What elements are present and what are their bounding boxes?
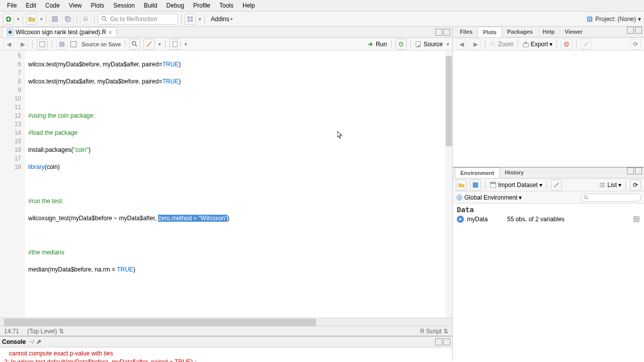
svg-rect-19 (173, 41, 178, 47)
svg-rect-3 (66, 17, 71, 22)
maximize-env-button[interactable] (635, 167, 642, 174)
view-data-icon[interactable] (633, 216, 640, 223)
wand-dropdown[interactable] (157, 42, 161, 47)
svg-point-6 (102, 16, 106, 20)
refresh-env-button[interactable]: ⟳ (630, 179, 641, 191)
open-file-button[interactable] (26, 14, 37, 25)
maximize-pane-button[interactable] (443, 29, 450, 36)
svg-rect-5 (84, 16, 87, 18)
find-button[interactable] (129, 39, 140, 50)
env-content: Data myData 55 obs. of 2 variables (453, 204, 644, 361)
import-dataset-button[interactable]: Import Dataset ▾ (490, 182, 542, 189)
menu-code[interactable]: Code (41, 1, 64, 10)
grid-dropdown[interactable] (198, 17, 201, 22)
source-on-save-checkbox[interactable] (70, 41, 76, 47)
recent-files-dropdown[interactable] (39, 17, 43, 22)
remove-plot-button[interactable] (561, 39, 572, 50)
show-in-new-window-button[interactable] (37, 39, 48, 50)
grid-button[interactable] (185, 14, 196, 25)
compile-report-button[interactable] (170, 39, 181, 50)
menu-build[interactable]: Build (140, 1, 162, 10)
menu-profile[interactable]: Profile (189, 1, 214, 10)
save-all-button[interactable] (62, 14, 73, 25)
minimize-console-button[interactable] (435, 338, 442, 345)
expand-variable-icon[interactable] (457, 216, 464, 223)
menu-plots[interactable]: Plots (87, 1, 109, 10)
new-file-button[interactable] (3, 14, 14, 25)
top-right-tabs: Files Plots Packages Help Viewer (453, 27, 644, 38)
close-tab-icon[interactable]: ✕ (108, 30, 112, 35)
svg-rect-10 (191, 19, 193, 21)
console-popout-icon[interactable]: ⇗ (36, 338, 41, 345)
wand-button[interactable] (143, 39, 154, 50)
zoom-button[interactable]: Zoom (490, 41, 514, 48)
plot-back-button[interactable]: ◀ (456, 39, 467, 50)
env-variable-row[interactable]: myData 55 obs. of 2 variables (453, 215, 644, 224)
load-workspace-button[interactable] (456, 179, 467, 191)
editor-hscroll[interactable] (0, 318, 452, 326)
project-selector[interactable]: R Project: (None) ▾ (586, 16, 641, 23)
source-tab-label: Wilcoxon sign rank test (paired).R (16, 29, 106, 36)
menu-session[interactable]: Session (109, 1, 139, 10)
save-source-button[interactable] (56, 39, 67, 50)
back-button[interactable]: ◀ (3, 39, 14, 50)
svg-rect-1 (52, 16, 58, 22)
tab-history[interactable]: History (500, 167, 529, 178)
rerun-button[interactable] (395, 39, 407, 50)
menu-debug[interactable]: Debug (163, 1, 188, 10)
source-button[interactable]: Source (415, 41, 443, 48)
zoom-icon (490, 41, 497, 48)
minimize-pane-button[interactable] (435, 29, 442, 36)
env-search-input[interactable] (581, 194, 641, 202)
run-icon (367, 41, 374, 48)
refresh-plot-button[interactable]: ⟳ (630, 39, 641, 50)
editor-vscroll[interactable] (445, 51, 452, 318)
console-title: Console (2, 338, 26, 345)
minimize-env-button[interactable] (627, 167, 634, 174)
maximize-plots-button[interactable] (635, 27, 642, 34)
scope-selector[interactable]: (Top Level) ⇅ (27, 328, 64, 335)
console-output[interactable]: cannot compute exact p-value with ties2:… (0, 347, 452, 362)
menu-edit[interactable]: Edit (22, 1, 40, 10)
menu-file[interactable]: File (3, 1, 21, 10)
export-button[interactable]: Export ▾ (522, 41, 553, 48)
source-tab[interactable]: Wilcoxon sign rank test (paired).R ✕ (2, 27, 117, 37)
main-toolbar: Go to file/function Addins R Project: (N… (0, 12, 644, 27)
save-workspace-button[interactable] (470, 179, 481, 191)
env-scope-bar: Global Environment ▾ (453, 192, 644, 204)
tab-environment[interactable]: Environment (455, 167, 500, 178)
clear-env-button[interactable] (551, 179, 562, 191)
goto-file-input[interactable]: Go to file/function (98, 14, 178, 25)
source-toolbar: ◀ ▶ Source on Save Run (0, 38, 452, 51)
export-icon (522, 41, 529, 48)
selected-text: zero.method = "Wilcoxon" (158, 215, 227, 222)
maximize-console-button[interactable] (443, 338, 450, 345)
menu-view[interactable]: View (65, 1, 86, 10)
code-editor[interactable]: 56789101112131415161718 wilcox.test(myDa… (0, 51, 452, 318)
env-scope-selector[interactable]: Global Environment ▾ (456, 194, 522, 201)
new-file-dropdown[interactable] (16, 17, 20, 22)
menu-tools[interactable]: Tools (215, 1, 237, 10)
tab-viewer[interactable]: Viewer (560, 27, 588, 37)
save-button[interactable] (49, 14, 60, 25)
lang-selector[interactable]: R Script ⇅ (420, 328, 448, 335)
tab-packages[interactable]: Packages (502, 27, 538, 37)
menu-help[interactable]: Help (238, 1, 259, 10)
addins-button[interactable]: Addins (208, 15, 236, 24)
env-toolbar: Import Dataset ▾ List ▾ ⟳ (453, 178, 644, 192)
code-content[interactable]: wilcox.test(myData$before, myData$after,… (25, 51, 452, 318)
minimize-plots-button[interactable] (627, 27, 634, 34)
compile-dropdown[interactable] (184, 42, 187, 47)
forward-button[interactable]: ▶ (17, 39, 28, 50)
tab-help[interactable]: Help (538, 27, 560, 37)
tab-files[interactable]: Files (455, 27, 477, 37)
run-button[interactable]: Run (367, 41, 387, 48)
svg-rect-15 (40, 41, 45, 47)
print-button[interactable] (80, 14, 91, 25)
view-mode-button[interactable]: List ▾ (599, 182, 621, 189)
svg-rect-26 (491, 182, 496, 184)
tab-plots[interactable]: Plots (477, 27, 502, 37)
plot-forward-button[interactable]: ▶ (470, 39, 481, 50)
source-dropdown[interactable] (446, 42, 449, 47)
clear-plots-button[interactable] (581, 39, 592, 50)
